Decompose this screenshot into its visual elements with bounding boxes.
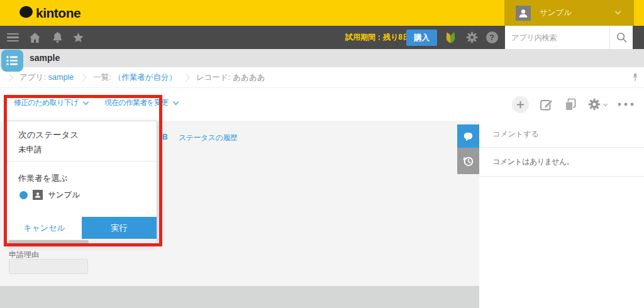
home-icon[interactable] [26,26,43,49]
beginner-guide-icon[interactable] [442,26,458,49]
assignee-option: サンプル [19,189,80,201]
global-toolbar: 試用期間：残り8日 購入 ? [0,26,644,49]
settings-gear-icon[interactable] [463,26,480,49]
kintone-record-page: kintone サンプル 試用期間：残り8日 購入 ? [0,0,644,308]
status-action-dialog: 次のステータス 未申請 作業者を選ぶ サンプル キャンセル 実行 [6,121,157,245]
content-footer-band [0,286,480,308]
dialog-divider [7,161,157,162]
kintone-logo-icon [19,5,33,21]
comment-bubble-icon [463,131,474,141]
assignee-user-icon [33,190,43,200]
kintone-logo[interactable]: kintone [19,5,80,21]
breadcrumb-record-label: レコード: [196,72,230,83]
edit-record-icon[interactable] [540,97,553,111]
process-withdraw-button[interactable]: 修正のため取り下げ [14,97,88,108]
cancel-button[interactable]: キャンセル [7,217,82,239]
duplicate-record-icon[interactable] [564,98,577,111]
help-icon[interactable]: ? [483,26,501,49]
user-menu[interactable]: サンプル [504,0,634,26]
global-header: kintone サンプル [0,0,644,26]
record-action-row: 修正のため取り下げ 現在の作業者を変更 [0,88,644,121]
breadcrumb-view-label: 一覧: [93,72,111,83]
buy-button[interactable]: 購入 [406,30,437,46]
app-title-bar: sample [0,49,644,67]
next-status-label: 次のステータス [18,129,79,141]
tab-status-history[interactable]: ステータスの履歴 [179,133,237,143]
user-avatar [516,6,531,21]
help-glyph: ? [486,31,498,43]
execute-button[interactable]: 実行 [82,217,157,239]
notifications-bell-icon[interactable] [49,26,65,49]
side-tabs [457,124,479,174]
reason-field-input[interactable] [9,259,88,274]
kintone-logo-text: kintone [36,6,80,21]
history-icon [462,155,474,167]
assignee-radio-selected[interactable] [19,191,28,199]
comment-panel: コメントする コメントはありません。 [479,121,644,308]
app-title: sample [30,49,60,67]
gear-icon [587,97,601,111]
user-menu-chevron-icon [615,9,621,15]
add-record-icon[interactable] [512,96,529,113]
next-status-value: 未申請 [18,145,42,155]
comments-tab[interactable] [457,124,479,148]
breadcrumb-app-label: アプリ: [19,72,46,83]
process-withdraw-label: 修正のため取り下げ [14,97,78,108]
search-icon[interactable] [609,26,633,49]
comment-empty-message: コメントはありません。 [492,157,574,167]
chevron-down-icon [173,99,179,105]
more-options-icon[interactable] [618,102,634,106]
breadcrumb: アプリ: sample 一覧: （作業者が自分） レコード: ああああ [0,67,644,88]
record-settings-menu[interactable] [587,97,607,111]
tab-partial[interactable]: B [162,133,167,141]
assignee-name: サンプル [48,190,80,201]
dialog-hscrollbar-thumb[interactable] [8,240,89,243]
assignee-section-label: 作業者を選ぶ [18,173,68,184]
change-assignee-label: 現在の作業者を変更 [104,97,168,108]
comment-prompt[interactable]: コメントする [479,121,644,148]
app-search-input[interactable] [505,26,609,49]
breadcrumb-view-link[interactable]: （作業者が自分） [114,72,177,83]
change-assignee-button[interactable]: 現在の作業者を変更 [104,97,178,108]
history-tab[interactable] [457,148,479,174]
breadcrumb-app-link[interactable]: sample [48,73,74,82]
trial-period-text: 試用期間：残り8日 [345,26,410,49]
pin-icon[interactable] [630,72,640,85]
record-toolbar-icons [512,95,634,114]
chevron-down-icon [83,99,89,105]
menu-icon[interactable] [5,26,20,49]
app-icon[interactable] [1,50,23,72]
chevron-down-icon [603,101,608,106]
breadcrumb-chevron-icon [5,74,13,82]
breadcrumb-chevron-icon [182,74,190,82]
breadcrumb-record-title: ああああ [233,72,265,83]
app-search [505,26,633,49]
dialog-hscrollbar [7,239,157,244]
favorites-star-icon[interactable] [69,26,87,49]
user-name: サンプル [540,8,572,18]
dialog-buttons: キャンセル 実行 [7,217,157,239]
breadcrumb-chevron-icon [79,74,87,82]
